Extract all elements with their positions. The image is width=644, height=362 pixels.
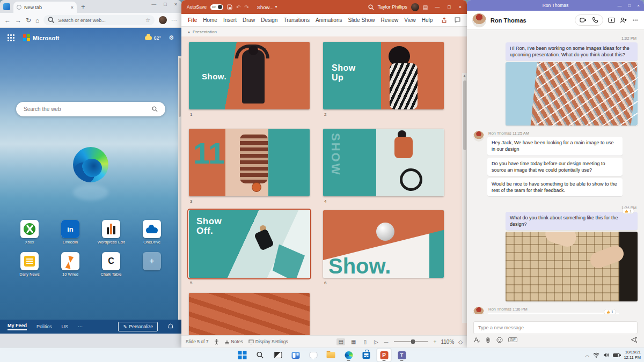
attach-icon[interactable] <box>485 337 491 343</box>
reaction-badge[interactable]: 1 <box>622 208 634 214</box>
zoom-in-button[interactable]: + <box>434 339 437 345</box>
taskbar-edge-button[interactable] <box>342 349 356 361</box>
start-button[interactable] <box>236 349 250 361</box>
menu-draw[interactable]: Draw <box>243 17 255 23</box>
chat-message-list[interactable]: 1:02 PM Hi Ron, I've been working on som… <box>467 30 644 314</box>
teams-minimize-button[interactable]: — <box>617 3 621 8</box>
page-settings-gear-icon[interactable]: ⚙ <box>169 34 174 41</box>
web-search-input[interactable]: Search the web <box>16 102 165 116</box>
back-button[interactable]: ← <box>4 17 11 24</box>
slide-thumbnail-6[interactable]: Show. <box>323 210 444 278</box>
microsoft-logo[interactable]: Microsoft <box>23 34 60 41</box>
reading-view-button[interactable]: ▯ <box>362 338 368 345</box>
slide-thumbnail-3[interactable]: 11 <box>189 129 310 196</box>
menu-help[interactable]: Help <box>422 17 433 23</box>
attached-image-model[interactable] <box>506 232 638 301</box>
slide-thumbnail-7[interactable] <box>189 293 310 335</box>
teams-close-button[interactable]: × <box>637 3 640 8</box>
ribbon-options-icon[interactable]: ▤ <box>423 4 428 10</box>
accessibility-icon[interactable] <box>214 339 219 345</box>
shortcut-daily-news[interactable]: Daily News <box>12 252 47 277</box>
tray-chevron-icon[interactable]: ︿ <box>585 352 589 358</box>
teams-maximize-button[interactable]: □ <box>628 3 631 8</box>
chat-button[interactable] <box>306 349 320 361</box>
format-icon[interactable] <box>473 337 480 343</box>
display-settings-button[interactable]: Display Settings <box>248 339 288 344</box>
shortcut-onedrive[interactable]: OneDrive <box>134 220 170 245</box>
comments-icon[interactable] <box>455 17 460 23</box>
taskbar-teams-button[interactable]: T <box>395 349 409 361</box>
task-view-button[interactable] <box>271 349 285 361</box>
browser-profile-avatar[interactable] <box>159 16 167 24</box>
menu-slide-show[interactable]: Slide Show <box>348 17 375 23</box>
message-input[interactable]: Type a new message <box>473 321 638 334</box>
save-icon[interactable] <box>227 4 232 10</box>
slide-thumbnail-2[interactable]: Show Up <box>323 42 444 109</box>
apps-grid-icon[interactable] <box>8 34 14 41</box>
notifications-bell-icon[interactable] <box>167 323 174 330</box>
account-avatar[interactable] <box>411 3 419 11</box>
add-person-icon[interactable] <box>620 17 627 24</box>
shortcut-add[interactable]: + <box>134 252 170 277</box>
menu-review[interactable]: Review <box>380 17 398 23</box>
menu-transitions[interactable]: Transitions <box>283 17 310 23</box>
autosave-toggle[interactable]: On <box>210 4 223 10</box>
feed-tab-us[interactable]: US <box>62 324 69 329</box>
document-title[interactable]: Show... ▾ <box>257 4 277 10</box>
forward-button[interactable]: → <box>15 17 21 24</box>
menu-view[interactable]: View <box>404 17 416 23</box>
sender-avatar[interactable] <box>473 131 484 142</box>
audio-call-icon[interactable] <box>591 17 598 24</box>
edge-minimize-button[interactable]: — <box>151 2 156 7</box>
wifi-icon[interactable] <box>593 352 599 358</box>
browser-menu-icon[interactable]: ⋯ <box>171 17 177 24</box>
menu-insert[interactable]: Insert <box>223 17 237 23</box>
ppt-maximize-button[interactable]: □ <box>448 4 450 10</box>
slideshow-button[interactable]: ▷ <box>372 338 380 345</box>
edge-maximize-button[interactable]: □ <box>164 2 166 7</box>
sender-avatar[interactable] <box>473 307 484 314</box>
fit-slide-button[interactable]: ◇ <box>458 339 463 345</box>
search-icon[interactable] <box>368 4 374 10</box>
menu-animations[interactable]: Animations <box>316 17 342 23</box>
slide-thumbnail-5-selected[interactable]: Show Off. <box>189 210 310 278</box>
zoom-slider-knob[interactable] <box>411 339 415 344</box>
browser-tab[interactable]: New tab × <box>13 2 77 13</box>
menu-file[interactable]: File <box>188 17 197 23</box>
reaction-badge[interactable]: 1 <box>604 309 616 314</box>
feed-tab-more[interactable]: ⋯ <box>78 324 83 329</box>
share-icon[interactable] <box>441 17 447 23</box>
normal-view-button[interactable]: ▤ <box>336 338 345 345</box>
new-tab-button[interactable]: + <box>81 3 85 11</box>
zoom-slider[interactable] <box>394 341 428 342</box>
slide-thumbnail-1[interactable]: Show. <box>189 42 310 109</box>
scroll-up-arrow-icon[interactable]: ▲ <box>462 73 467 78</box>
store-button[interactable] <box>360 349 374 361</box>
clock[interactable]: 10/19/21 12:11 PM <box>624 350 641 360</box>
weather-widget[interactable]: 62° <box>145 35 162 41</box>
gif-picker-button[interactable]: GIF <box>508 337 517 342</box>
notes-button[interactable]: Notes <box>224 339 243 344</box>
slide-thumbnail-4[interactable]: SHOW <box>323 129 444 196</box>
taskbar-powerpoint-button[interactable]: P <box>377 349 391 361</box>
presentation-section-header[interactable]: ▴ Presentation <box>181 27 467 36</box>
taskbar-search-button[interactable] <box>253 349 267 361</box>
send-icon[interactable] <box>631 336 638 343</box>
tab-close-icon[interactable]: × <box>71 5 74 10</box>
address-bar[interactable]: Search or enter web... ☆ <box>43 15 155 25</box>
shortcut-linkedin[interactable]: inLinkedIn <box>53 220 88 245</box>
file-explorer-button[interactable] <box>324 349 338 361</box>
shortcut-xbox[interactable]: Xbox <box>12 220 47 245</box>
edge-close-button[interactable]: × <box>174 2 177 7</box>
shortcut-chalk-table[interactable]: CChalk Table <box>93 252 129 277</box>
ppt-minimize-button[interactable]: — <box>435 4 440 10</box>
menu-home[interactable]: Home <box>203 17 217 23</box>
redo-icon[interactable]: ↷ <box>244 4 248 10</box>
undo-icon[interactable]: ↶ <box>236 4 240 10</box>
more-options-icon[interactable] <box>632 17 639 24</box>
emoji-icon[interactable] <box>496 337 503 343</box>
widgets-button[interactable] <box>289 349 303 361</box>
feed-tab-my-feed[interactable]: My Feed <box>8 323 27 330</box>
battery-icon[interactable] <box>613 353 620 357</box>
video-call-icon[interactable] <box>580 17 587 24</box>
